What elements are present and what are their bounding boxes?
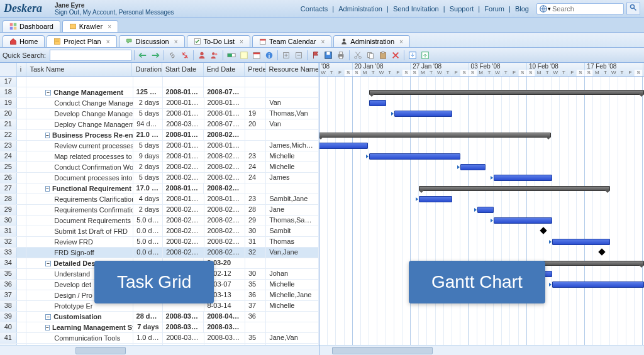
start-cell[interactable]: 2008-01-15 bbox=[163, 130, 204, 140]
task-name-cell[interactable]: −Change Management bbox=[26, 87, 133, 97]
duration-cell[interactable] bbox=[133, 280, 163, 290]
expand-button[interactable] bbox=[280, 50, 292, 61]
duration-cell[interactable]: 2 days bbox=[133, 162, 163, 172]
start-cell[interactable]: 2008-02-06 bbox=[163, 173, 204, 183]
tab-todo[interactable]: To-Do List× bbox=[187, 35, 250, 47]
start-cell[interactable]: 2008-02-12 bbox=[163, 226, 204, 236]
delete-button[interactable] bbox=[390, 50, 401, 61]
pred-cell[interactable]: 31 bbox=[245, 237, 266, 247]
pred-cell[interactable] bbox=[245, 258, 266, 268]
end-cell[interactable]: 2008-02-04 bbox=[204, 162, 245, 172]
resource-cell[interactable]: Van,Jane bbox=[266, 248, 319, 258]
close-icon[interactable]: × bbox=[108, 23, 111, 30]
resource-cell[interactable]: Johan bbox=[266, 269, 319, 279]
duration-cell[interactable]: 28 days bbox=[133, 312, 163, 322]
collapse-toggle[interactable]: − bbox=[45, 325, 50, 330]
task-bar[interactable] bbox=[394, 111, 452, 117]
task-name-cell[interactable]: −Functional Requirement Study bbox=[26, 183, 133, 194]
end-cell[interactable]: 8-03-13 bbox=[204, 290, 245, 300]
task-name-cell[interactable]: −Learning Management Syste bbox=[26, 322, 133, 332]
tab-home[interactable]: Home bbox=[3, 35, 45, 47]
task-bar[interactable] bbox=[552, 281, 644, 288]
start-cell[interactable]: 2008-02-02 bbox=[163, 162, 204, 172]
resource-cell[interactable] bbox=[266, 322, 319, 332]
col-info[interactable]: i bbox=[17, 63, 27, 76]
col-taskname[interactable]: Task Name bbox=[26, 63, 132, 76]
duration-cell[interactable]: 9 days bbox=[133, 151, 163, 161]
close-icon[interactable]: × bbox=[399, 38, 403, 45]
summary-bar[interactable] bbox=[369, 90, 644, 95]
table-row[interactable]: 34−Detailed Design8-03-20 bbox=[0, 258, 319, 269]
table-row[interactable]: 26Document processes into Functi5 days20… bbox=[0, 173, 319, 183]
duration-cell[interactable] bbox=[133, 290, 163, 300]
resource-cell[interactable]: James bbox=[266, 173, 319, 183]
table-row[interactable]: 41Communication Tools1.0 days2008-03-172… bbox=[0, 333, 319, 344]
duration-cell[interactable]: 5.0 days bbox=[133, 237, 163, 247]
duration-cell[interactable]: 0.0 days bbox=[133, 248, 163, 258]
cut-button[interactable] bbox=[352, 50, 364, 61]
task-name-cell[interactable]: Document processes into Functi bbox=[26, 173, 133, 183]
pred-cell[interactable] bbox=[245, 77, 266, 87]
start-cell[interactable]: 2008-03-05 bbox=[163, 119, 204, 129]
start-cell[interactable]: 2008-01-22 bbox=[163, 87, 204, 97]
task-bar[interactable] bbox=[477, 207, 494, 213]
scroll-thumb[interactable] bbox=[332, 347, 433, 354]
start-cell[interactable]: 2008-03-17 bbox=[163, 312, 204, 322]
pred-cell[interactable]: 32 bbox=[245, 248, 266, 258]
start-cell[interactable] bbox=[163, 258, 204, 268]
table-row[interactable]: 36Develop det8-03-0735Michelle bbox=[0, 280, 319, 290]
task-name-cell[interactable]: Communication Tools bbox=[26, 333, 133, 343]
end-cell[interactable]: 2008-02-01 bbox=[204, 151, 245, 161]
nav-blog[interactable]: Blog bbox=[513, 5, 531, 13]
nav-invite[interactable]: Send Invitation bbox=[391, 5, 441, 13]
collapse-toggle[interactable]: − bbox=[45, 90, 51, 96]
collapse-toggle[interactable]: − bbox=[45, 133, 50, 138]
start-cell[interactable]: 2008-02-06 bbox=[163, 216, 204, 226]
end-cell[interactable]: 2008-01-31 bbox=[204, 109, 245, 119]
tab-calendar[interactable]: Team Calendar× bbox=[252, 35, 331, 47]
pred-cell[interactable]: 24 bbox=[245, 162, 266, 172]
tab-admin[interactable]: Administration× bbox=[333, 35, 410, 47]
duration-cell[interactable]: 4 days bbox=[133, 194, 163, 204]
task-name-cell[interactable]: Deploy Change Management Act bbox=[26, 119, 133, 129]
duration-cell[interactable]: 94 days bbox=[133, 119, 163, 129]
start-cell[interactable]: 2008-02-13 bbox=[163, 237, 204, 247]
task-name-cell[interactable]: Prototype Er bbox=[26, 301, 133, 311]
end-cell[interactable]: 2008-03-25 bbox=[204, 322, 245, 332]
task-name-cell[interactable]: Develop Change Management Pl bbox=[26, 109, 133, 119]
resource-cell[interactable]: Jane,Van bbox=[266, 333, 319, 343]
duration-cell[interactable] bbox=[133, 77, 163, 87]
task-bar[interactable] bbox=[369, 100, 386, 106]
col-enddate[interactable]: End Date bbox=[204, 63, 245, 76]
pred-cell[interactable]: 37 bbox=[245, 301, 266, 311]
nav-contacts[interactable]: Contacts bbox=[298, 5, 330, 13]
pred-cell[interactable]: 36 bbox=[245, 312, 266, 322]
resource-cell[interactable]: Van bbox=[266, 119, 319, 129]
collapse-toggle[interactable]: − bbox=[45, 186, 50, 192]
task-name-cell[interactable]: −Detailed Design bbox=[26, 258, 133, 268]
end-cell[interactable]: 2008-04-23 bbox=[204, 312, 245, 322]
resource-cell[interactable]: Thomas,Van bbox=[266, 109, 319, 119]
unlink-button[interactable] bbox=[179, 50, 191, 61]
duration-cell[interactable]: 7 days bbox=[133, 322, 163, 332]
task-bar[interactable] bbox=[494, 175, 552, 181]
task-name-cell[interactable]: Requirements Clarification Works bbox=[26, 194, 133, 204]
tab-projectplan[interactable]: Project Plan× bbox=[47, 35, 116, 47]
task-name-cell[interactable]: Requirements Confirmation work bbox=[26, 205, 133, 215]
save-button[interactable] bbox=[323, 50, 334, 61]
resource-cell[interactable]: James,Michelle bbox=[266, 141, 319, 151]
table-row[interactable]: 35Understand8-02-1230Johan bbox=[0, 269, 319, 280]
task-name-cell[interactable]: Submit 1st Draft of FRD bbox=[26, 226, 133, 236]
progress-button[interactable] bbox=[226, 50, 237, 61]
end-cell[interactable]: 2008-07-15 bbox=[204, 119, 245, 129]
collapse-toggle[interactable]: − bbox=[45, 314, 51, 320]
summary-bar[interactable] bbox=[319, 133, 551, 138]
calendar-button[interactable] bbox=[251, 50, 262, 61]
col-predecessor[interactable]: Predec bbox=[245, 63, 265, 76]
summary-bar[interactable] bbox=[419, 186, 610, 191]
table-row[interactable]: 23Review current processes5 days2008-01-… bbox=[0, 141, 319, 151]
nav-forum[interactable]: Forum bbox=[482, 5, 507, 13]
table-row[interactable]: 39−Customisation28 days2008-03-172008-04… bbox=[0, 312, 319, 322]
tab-discussion[interactable]: Discussion× bbox=[119, 35, 185, 47]
resource-cell[interactable]: Sambit bbox=[266, 226, 319, 236]
